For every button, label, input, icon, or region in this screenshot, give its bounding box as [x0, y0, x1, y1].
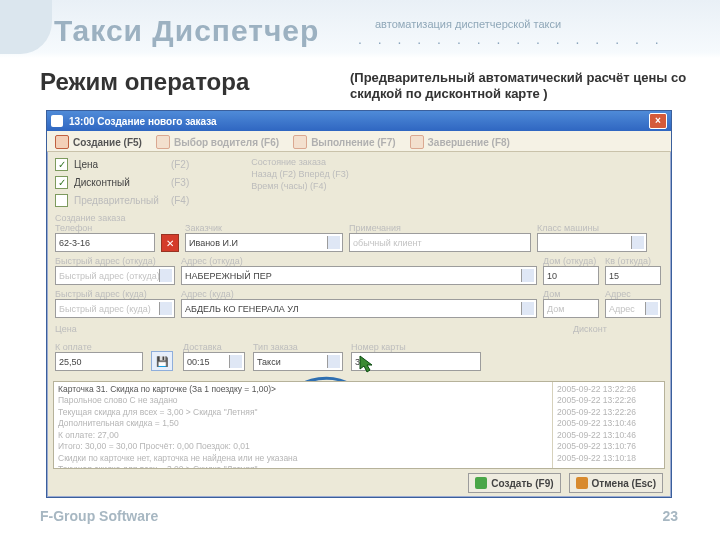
state-caption: Состояние заказа: [251, 156, 348, 168]
tab-strip: Создание (F5) Выбор водителя (F6) Выполн…: [47, 131, 671, 152]
log-time: 2005-09-22 13:10:18: [557, 453, 660, 464]
lbl-htoa: Дом: [543, 289, 599, 299]
ok-icon: [475, 477, 487, 489]
check-price-label: Цена: [74, 159, 98, 170]
log-time: 2005-09-22 13:10:46: [557, 418, 660, 429]
lbl-pay: К оплате: [55, 342, 143, 352]
header-curve: [0, 0, 52, 54]
inp-carclass[interactable]: [537, 233, 647, 252]
log-time: 2005-09-22 13:10:46: [557, 430, 660, 441]
inp-customer[interactable]: Иванов И.И: [185, 233, 343, 252]
inp-phone[interactable]: 62-3-16: [55, 233, 155, 252]
inp-hfroma[interactable]: 10: [543, 266, 599, 285]
window-titlebar[interactable]: 13:00 Создание нового заказа ×: [47, 111, 671, 131]
create-section-caption: Создание заказа: [55, 213, 663, 223]
log-line: К оплате: 27,00: [58, 430, 548, 441]
check-discount-key: (F3): [171, 177, 189, 188]
check-discount-label: Дисконтный: [74, 177, 130, 188]
log-time: 2005-09-22 13:22:26: [557, 395, 660, 406]
tab-done[interactable]: Завершение (F8): [410, 135, 510, 149]
lbl-disc: Дисконт: [573, 324, 673, 334]
inp-notes[interactable]: обычный клиент: [349, 233, 531, 252]
inp-ato[interactable]: АБДЕЛЬ КО ГЕНЕРАЛА УЛ: [181, 299, 537, 318]
header-dots: · · · · · · · · · · · · · · · ·: [358, 34, 665, 50]
lbl-customer: Заказчик: [185, 223, 343, 233]
log-line: Итого: 30,00 = 30,00 Просчёт: 0,00 Поезд…: [58, 441, 548, 452]
check-price[interactable]: [55, 158, 68, 171]
lbl-htob: Адрес: [605, 289, 661, 299]
log-time: 2005-09-22 13:22:26: [557, 407, 660, 418]
lbl-price: Цена: [55, 324, 175, 334]
log-line: Скидки по карточке нет, карточка не найд…: [58, 453, 548, 464]
window-icon: [51, 115, 63, 127]
lbl-hfroma: Дом (откуда): [543, 256, 599, 266]
lbl-qfrom: Быстрый адрес (откуда): [55, 256, 175, 266]
page-note: (Предварительный автоматический расчёт ц…: [350, 70, 690, 103]
log-line: Текущая скидка для всех = 3,00 > Скидка …: [58, 464, 548, 468]
close-icon[interactable]: ×: [649, 113, 667, 129]
tab-driver-icon: [156, 135, 170, 149]
log-line: Текущая скидка для всех = 3,00 > Скидка …: [58, 407, 548, 418]
tab-done-label: Завершение (F8): [428, 137, 510, 148]
tab-driver[interactable]: Выбор водителя (F6): [156, 135, 279, 149]
log-times[interactable]: 2005-09-22 13:22:26 2005-09-22 13:22:26 …: [552, 382, 664, 468]
log-line: Карточка 31. Скидка по карточке (За 1 по…: [58, 384, 548, 395]
tab-create[interactable]: Создание (F5): [55, 135, 142, 149]
tab-exec[interactable]: Выполнение (F7): [293, 135, 395, 149]
lbl-notes: Примечания: [349, 223, 531, 233]
tab-exec-icon: [293, 135, 307, 149]
footer-page: 23: [662, 508, 678, 524]
tab-create-label: Создание (F5): [73, 137, 142, 148]
check-discount[interactable]: [55, 176, 68, 189]
inp-qfrom[interactable]: Быстрый адрес (откуда): [55, 266, 175, 285]
inp-arrive[interactable]: 00:15: [183, 352, 245, 371]
log-messages[interactable]: Карточка 31. Скидка по карточке (За 1 по…: [54, 382, 552, 468]
lbl-otype: Тип заказа: [253, 342, 343, 352]
brand-title: Такси Диспетчер: [54, 14, 319, 48]
lbl-ato: Адрес (куда): [181, 289, 537, 299]
order-window: 13:00 Создание нового заказа × Создание …: [46, 110, 672, 498]
inp-qto[interactable]: Быстрый адрес (куда): [55, 299, 175, 318]
check-prelim[interactable]: [55, 194, 68, 207]
inp-hfromb[interactable]: 15: [605, 266, 661, 285]
check-price-key: (F2): [171, 159, 189, 170]
log-line: Дополнительная скидка = 1,50: [58, 418, 548, 429]
cancel-icon: [576, 477, 588, 489]
state-line2: Время (часы) (F4): [251, 180, 348, 192]
lbl-carclass: Класс машины: [537, 223, 647, 233]
tab-done-icon: [410, 135, 424, 149]
save-icon[interactable]: 💾: [151, 351, 173, 371]
inp-afrom[interactable]: НАБЕРЕЖНЫЙ ПЕР: [181, 266, 537, 285]
lbl-hfromb: Кв (откуда): [605, 256, 661, 266]
tab-exec-label: Выполнение (F7): [311, 137, 395, 148]
clear-phone-icon[interactable]: ✕: [161, 234, 179, 252]
log-line: Парольное слово С не задано: [58, 395, 548, 406]
brand-subtitle: автоматизация диспетчерской такси: [375, 18, 561, 30]
inp-pay[interactable]: 25,50: [55, 352, 143, 371]
footer-left: F-Group Software: [40, 508, 158, 524]
inp-htoa[interactable]: Дом: [543, 299, 599, 318]
state-line1: Назад (F2) Вперёд (F3): [251, 168, 348, 180]
lbl-afrom: Адрес (откуда): [181, 256, 537, 266]
lbl-card: Номер карты: [351, 342, 481, 352]
inp-otype[interactable]: Такси: [253, 352, 343, 371]
window-title: 13:00 Создание нового заказа: [69, 116, 217, 127]
lbl-qto: Быстрый адрес (куда): [55, 289, 175, 299]
log-time: 2005-09-22 13:10:76: [557, 441, 660, 452]
tab-create-icon: [55, 135, 69, 149]
check-prelim-key: (F4): [171, 195, 189, 206]
page-heading: Режим оператора: [40, 68, 249, 96]
inp-htob[interactable]: Адрес: [605, 299, 661, 318]
lbl-arrive: Доставка: [183, 342, 245, 352]
create-button[interactable]: Создать (F9): [468, 473, 560, 493]
log-time: 2005-09-22 13:22:26: [557, 384, 660, 395]
lbl-phone: Телефон: [55, 223, 155, 233]
log-panel: Карточка 31. Скидка по карточке (За 1 по…: [53, 381, 665, 469]
check-prelim-label: Предварительный: [74, 195, 159, 206]
tab-driver-label: Выбор водителя (F6): [174, 137, 279, 148]
cancel-button-label: Отмена (Esc): [592, 478, 656, 489]
create-button-label: Создать (F9): [491, 478, 553, 489]
inp-card[interactable]: 31: [351, 352, 481, 371]
cancel-button[interactable]: Отмена (Esc): [569, 473, 663, 493]
